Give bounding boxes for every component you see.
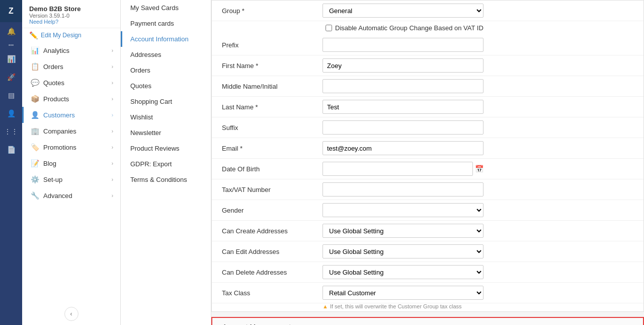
sub-item-shopping-cart[interactable]: Shopping Cart (121, 94, 211, 109)
companies-nav-icon: 🏢 (31, 127, 39, 135)
chevron-right-icon: › (112, 64, 113, 70)
sub-item-addresses[interactable]: Addresses (121, 47, 211, 62)
middle-name-label: Middle Name/Initial (222, 83, 323, 90)
chevron-right-icon: › (112, 161, 113, 166)
sidebar-item-label: Set-up (43, 176, 62, 183)
tax-class-label: Tax Class (222, 289, 323, 297)
sidebar-item-advanced[interactable]: 🔧 Advanced › (22, 187, 120, 204)
blog-nav-icon: 📝 (31, 159, 39, 167)
sub-item-gdpr-export[interactable]: GDPR: Export (121, 156, 211, 172)
sub-item-orders[interactable]: Orders (121, 62, 211, 78)
disable-auto-group-label: Disable Automatic Group Change Based on … (335, 24, 484, 32)
tax-class-hint: If set, this will overwrite the Customer… (330, 303, 462, 309)
group-control: General Wholesale Retailer Not Logged In (323, 4, 484, 18)
rocket-icon[interactable]: 🚀 (0, 68, 22, 86)
dob-row: Date Of Birth 📅 (212, 159, 643, 179)
sub-item-newsletter[interactable]: Newsletter (121, 125, 211, 141)
can-edit-addresses-row: Can Edit Addresses Use Global Setting Ye… (212, 241, 643, 262)
sidebar-header: Demo B2B Store Version 3.59.1-0 Need Hel… (22, 0, 120, 28)
sidebar-item-quotes[interactable]: 💬 Quotes › (22, 75, 120, 91)
first-name-input[interactable] (323, 58, 484, 73)
can-delete-label: Can Delete Addresses (222, 269, 323, 276)
sidebar-item-label: Customers (43, 111, 75, 119)
dob-label: Date Of Birth (222, 165, 323, 173)
middle-name-control (323, 79, 484, 93)
email-label: Email * (222, 145, 323, 152)
sidebar-item-products[interactable]: 📦 Products › (22, 91, 120, 107)
prefix-label: Prefix (222, 41, 323, 49)
customers-icon[interactable]: 👤 (0, 104, 22, 122)
apps-icon[interactable]: ⋮⋮ (0, 122, 22, 141)
sidebar-bottom: ‹ (22, 303, 120, 325)
gender-select[interactable]: Male Female Not Specified (323, 203, 484, 217)
can-create-label: Can Create Addresses (222, 227, 323, 235)
first-name-label: First Name * (222, 62, 323, 70)
can-create-control: Use Global Setting Yes No (323, 224, 484, 238)
sub-item-payment-cards[interactable]: Payment cards (121, 16, 211, 31)
account-management-section: Account Management Disable Log-In No Yes… (211, 317, 644, 325)
edit-design-item[interactable]: ✏️ Edit My Design (22, 28, 120, 42)
can-delete-select[interactable]: Use Global Setting Yes No (323, 265, 484, 279)
group-select[interactable]: General Wholesale Retailer Not Logged In (323, 4, 484, 18)
chevron-right-icon: › (112, 193, 113, 199)
sidebar-item-promotions[interactable]: 🏷️ Promotions › (22, 139, 120, 155)
email-row: Email * (212, 138, 643, 159)
can-create-select[interactable]: Use Global Setting Yes No (323, 224, 484, 238)
sub-item-quotes[interactable]: Quotes (121, 78, 211, 94)
can-delete-control: Use Global Setting Yes No (323, 265, 484, 279)
tax-class-select[interactable]: None Retail Customer Taxable Goods (323, 286, 484, 300)
sidebar-item-analytics[interactable]: 📊 Analytics › (22, 42, 120, 58)
card-icon[interactable]: ▤ (0, 86, 22, 104)
more-icon[interactable]: ••• (9, 42, 14, 48)
sidebar-item-blog[interactable]: 📝 Blog › (22, 155, 120, 171)
account-management-header: Account Management (212, 318, 643, 325)
last-name-input[interactable] (323, 100, 484, 114)
main-sidebar: Demo B2B Store Version 3.59.1-0 Need Hel… (22, 0, 121, 325)
prefix-input[interactable] (323, 38, 484, 52)
suffix-input[interactable] (323, 120, 484, 135)
app-logo[interactable]: Z (0, 0, 22, 22)
sub-item-terms-conditions[interactable]: Terms & Conditions (121, 172, 211, 187)
prefix-row: Prefix (212, 35, 643, 55)
chevron-right-icon: › (112, 128, 113, 134)
can-edit-label: Can Edit Addresses (222, 248, 323, 255)
sidebar-item-setup[interactable]: ⚙️ Set-up › (22, 171, 120, 187)
last-name-control (323, 100, 484, 114)
help-link[interactable]: Need Help? (29, 19, 113, 25)
can-delete-addresses-row: Can Delete Addresses Use Global Setting … (212, 262, 643, 283)
sidebar-item-companies[interactable]: 🏢 Companies › (22, 123, 120, 139)
sidebar-item-label: Orders (43, 63, 63, 71)
dob-control: 📅 (323, 162, 484, 176)
bell-icon[interactable]: 🔔 (0, 22, 22, 40)
email-input[interactable] (323, 141, 484, 155)
middle-name-input[interactable] (323, 79, 484, 93)
sub-item-product-reviews[interactable]: Product Reviews (121, 141, 211, 156)
tax-class-row: Tax Class None Retail Customer Taxable G… (212, 283, 643, 303)
orders-nav-icon: 📋 (31, 62, 39, 71)
sub-item-wishlist[interactable]: Wishlist (121, 109, 211, 125)
sub-item-account-information[interactable]: Account Information (121, 31, 211, 47)
disable-auto-group-checkbox[interactable] (326, 25, 332, 31)
edit-design-label: Edit My Design (41, 32, 82, 39)
last-name-label: Last Name * (222, 103, 323, 111)
sub-item-my-saved-cards[interactable]: My Saved Cards (121, 0, 211, 16)
calendar-icon[interactable]: 📅 (475, 165, 484, 173)
gender-row: Gender Male Female Not Specified (212, 200, 643, 221)
quotes-nav-icon: 💬 (31, 79, 39, 87)
customers-nav-icon: 👤 (31, 111, 39, 119)
edit-icon: ✏️ (29, 31, 38, 39)
sidebar-item-orders[interactable]: 📋 Orders › (22, 58, 120, 75)
analytics-icon[interactable]: 📊 (0, 50, 22, 68)
chevron-right-icon: › (112, 145, 113, 150)
dob-input[interactable] (323, 162, 473, 176)
icon-sidebar: Z 🔔 ••• 📊 🚀 ▤ 👤 ⋮⋮ 📄 (0, 0, 22, 325)
sidebar-item-label: Quotes (43, 79, 64, 87)
file-icon[interactable]: 📄 (0, 141, 22, 159)
main-content: Group * General Wholesale Retailer Not L… (211, 0, 644, 325)
sidebar-item-label: Products (43, 95, 69, 103)
sidebar-item-customers[interactable]: 👤 Customers › (22, 107, 120, 123)
collapse-sidebar-button[interactable]: ‹ (64, 307, 78, 321)
can-edit-select[interactable]: Use Global Setting Yes No (323, 244, 484, 258)
tax-vat-input[interactable] (323, 182, 484, 197)
analytics-nav-icon: 📊 (31, 46, 39, 54)
